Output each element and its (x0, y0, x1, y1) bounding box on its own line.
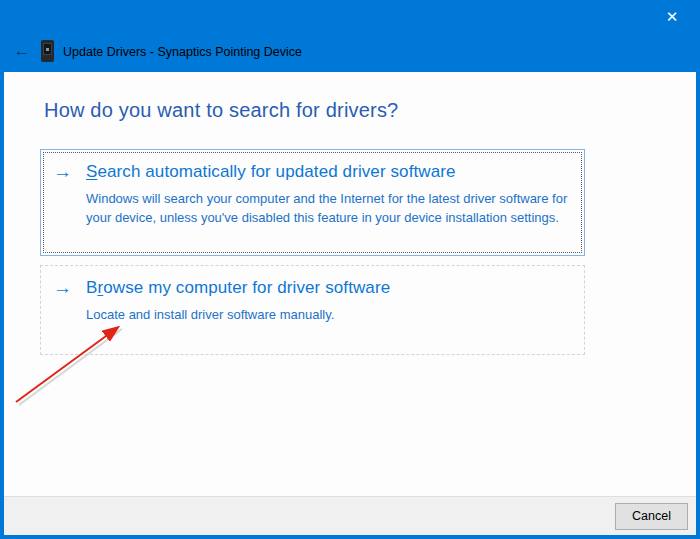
close-button[interactable]: ✕ (650, 2, 694, 32)
footer-bar: Cancel (4, 496, 696, 535)
back-button[interactable]: ← (11, 41, 33, 61)
wizard-body: How do you want to search for drivers? →… (4, 72, 696, 535)
option-text: Browse my computer for driver software L… (86, 275, 390, 324)
titlebar: ✕ ← Update Drivers - Synaptics Pointing … (0, 0, 700, 72)
update-drivers-wizard-window: ✕ ← Update Drivers - Synaptics Pointing … (0, 0, 700, 539)
title-part: earch automatically for updated driver s… (97, 162, 455, 181)
title-part: B (86, 278, 97, 297)
accelerator-letter: S (86, 162, 97, 181)
title-part: owse my computer for driver software (103, 278, 390, 297)
page-title: How do you want to search for drivers? (44, 99, 696, 122)
option-search-automatically[interactable]: → Search automatically for updated drive… (40, 149, 585, 256)
option-browse-description: Locate and install driver software manua… (86, 305, 390, 324)
option-search-description: Windows will search your computer and th… (86, 189, 570, 227)
close-icon: ✕ (666, 8, 679, 26)
pointing-device-icon (41, 40, 54, 62)
wizard-content: How do you want to search for drivers? →… (4, 72, 696, 496)
right-arrow-icon: → (53, 159, 86, 185)
option-text: Search automatically for updated driver … (86, 159, 570, 227)
right-arrow-icon: → (53, 275, 86, 301)
option-browse-computer[interactable]: → Browse my computer for driver software… (40, 265, 585, 355)
option-browse-title: Browse my computer for driver software (86, 275, 390, 301)
window-title: Update Drivers - Synaptics Pointing Devi… (63, 45, 302, 59)
cancel-button[interactable]: Cancel (615, 503, 688, 530)
option-search-title: Search automatically for updated driver … (86, 159, 570, 185)
back-arrow-icon: ← (14, 41, 31, 60)
